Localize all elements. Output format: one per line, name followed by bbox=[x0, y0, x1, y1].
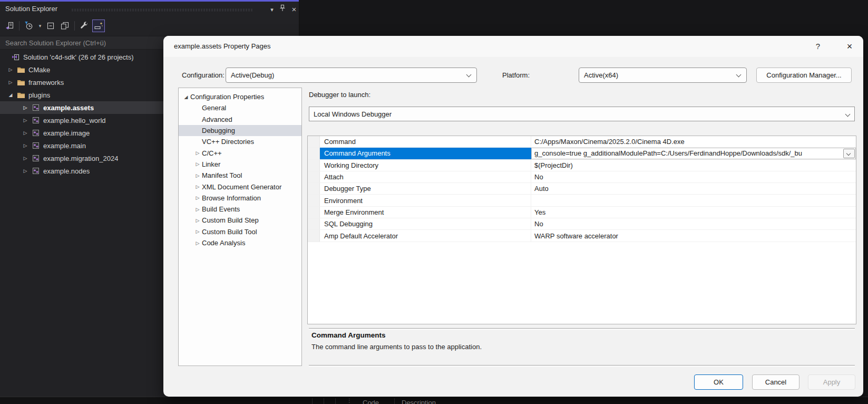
debugger-to-launch-label: Debugger to launch: bbox=[309, 91, 370, 99]
property-pages-dialog: example.assets Property Pages ? × Config… bbox=[163, 36, 863, 397]
collapse-all-icon[interactable] bbox=[44, 20, 57, 32]
debugger-to-launch-dropdown[interactable]: Local Windows Debugger bbox=[309, 107, 855, 121]
solution-explorer-toolbar: ▾ bbox=[0, 18, 299, 34]
expander-collapsed-icon[interactable]: ▷ bbox=[5, 80, 16, 85]
expander-collapsed-icon[interactable]: ▷ bbox=[193, 173, 202, 178]
drag-texture bbox=[71, 8, 253, 12]
preview-glyph bbox=[94, 21, 103, 31]
category-custom-build-tool[interactable]: ▷ Custom Build Tool bbox=[179, 226, 301, 237]
category-manifest-tool[interactable]: ▷ Manifest Tool bbox=[179, 170, 301, 181]
expander-collapsed-icon[interactable]: ▷ bbox=[5, 67, 16, 72]
expander-collapsed-icon[interactable]: ▷ bbox=[193, 229, 202, 234]
property-row-attach[interactable]: Attach No bbox=[308, 171, 856, 183]
value-dropdown-button[interactable] bbox=[843, 149, 855, 158]
category-general[interactable]: General bbox=[179, 102, 301, 113]
window-position-menu-button[interactable]: ▾ bbox=[267, 4, 277, 15]
property-row-debugger-type[interactable]: Debugger Type Auto bbox=[308, 183, 856, 195]
property-row-command-arguments-selected[interactable]: Command Arguments g_console=true g_addit… bbox=[308, 148, 856, 159]
error-list-column-code[interactable]: Code bbox=[363, 399, 379, 404]
category-c-cpp[interactable]: ▷ C/C++ bbox=[179, 147, 301, 158]
command-arguments-value-cell[interactable]: g_console=true g_additionalModulePath=C:… bbox=[531, 148, 856, 159]
property-grid: Command C:/Apps/Maxon/Cinema/2025.2.0/Ci… bbox=[307, 136, 856, 324]
property-row-sql-debugging[interactable]: SQL Debugging No bbox=[308, 218, 856, 230]
error-list-column-description[interactable]: Description bbox=[402, 399, 436, 404]
copies-glyph bbox=[60, 21, 70, 31]
category-configuration-properties[interactable]: ◢ Configuration Properties bbox=[179, 91, 301, 102]
switch-views-icon[interactable] bbox=[3, 20, 16, 32]
panel-close-button[interactable]: × bbox=[289, 4, 299, 15]
expander-collapsed-icon[interactable]: ▷ bbox=[20, 130, 31, 136]
column-separator bbox=[335, 398, 336, 404]
property-row-working-directory[interactable]: Working Directory $(ProjectDir) bbox=[308, 160, 856, 171]
dialog-category-tree: ◢ Configuration Properties General Advan… bbox=[178, 88, 302, 366]
collapse-all-glyph bbox=[46, 21, 55, 31]
expander-expanded-icon[interactable]: ◢ bbox=[182, 94, 190, 100]
category-code-analysis[interactable]: ▷ Code Analysis bbox=[179, 237, 301, 248]
expander-collapsed-icon[interactable]: ▷ bbox=[193, 241, 202, 246]
solution-explorer-titlebar[interactable]: Solution Explorer ▾ × bbox=[0, 2, 299, 17]
expander-collapsed-icon[interactable]: ▷ bbox=[20, 168, 31, 174]
category-debugging-selected[interactable]: Debugging bbox=[179, 125, 301, 136]
expander-collapsed-icon[interactable]: ▷ bbox=[193, 195, 202, 200]
search-placeholder: Search Solution Explorer (Ctrl+ü) bbox=[5, 39, 106, 47]
panel-title: Solution Explorer bbox=[5, 5, 57, 13]
clock-filter-glyph bbox=[24, 21, 34, 31]
close-icon[interactable]: × bbox=[842, 39, 857, 54]
category-vcpp-directories[interactable]: VC++ Directories bbox=[179, 136, 301, 147]
configuration-manager-button[interactable]: Configuration Manager... bbox=[756, 68, 852, 83]
cancel-button[interactable]: Cancel bbox=[752, 374, 799, 390]
column-grip: ⋮ bbox=[347, 398, 352, 403]
vs-window: Solution Explorer ▾ × bbox=[0, 0, 868, 404]
preview-selected-items-icon[interactable] bbox=[92, 20, 105, 32]
pending-changes-filter-icon[interactable] bbox=[23, 20, 35, 32]
toolbar-separator bbox=[74, 21, 75, 31]
property-row-environment[interactable]: Environment bbox=[308, 195, 856, 206]
category-advanced[interactable]: Advanced bbox=[179, 114, 301, 125]
folder-icon bbox=[17, 65, 25, 74]
expander-collapsed-icon[interactable]: ▷ bbox=[20, 105, 31, 110]
category-browse-information[interactable]: ▷ Browse Information bbox=[179, 193, 301, 204]
property-row-amp-default-accelerator[interactable]: Amp Default Accelerator WARP software ac… bbox=[308, 230, 856, 242]
expander-collapsed-icon[interactable]: ▷ bbox=[193, 184, 202, 189]
property-row-merge-environment[interactable]: Merge Environment Yes bbox=[308, 207, 856, 218]
platform-dropdown[interactable]: Active(x64) bbox=[579, 68, 747, 83]
property-row-command[interactable]: Command C:/Apps/Maxon/Cinema/2025.2.0/Ci… bbox=[308, 136, 856, 148]
category-custom-build-step[interactable]: ▷ Custom Build Step bbox=[179, 215, 301, 226]
expander-collapsed-icon[interactable]: ▷ bbox=[193, 161, 202, 167]
ok-button[interactable]: OK bbox=[694, 374, 743, 390]
row-gutter bbox=[308, 230, 320, 241]
pin-icon-glyph bbox=[278, 4, 287, 12]
row-gutter bbox=[308, 183, 320, 194]
help-button[interactable]: ? bbox=[811, 39, 825, 54]
pin-icon[interactable] bbox=[278, 4, 289, 15]
expander-collapsed-icon[interactable]: ▷ bbox=[193, 218, 202, 223]
properties-wrench-icon[interactable] bbox=[78, 20, 91, 32]
row-gutter bbox=[308, 148, 320, 159]
cpp-project-icon bbox=[32, 116, 40, 124]
cpp-project-icon bbox=[32, 167, 40, 175]
category-build-events[interactable]: ▷ Build Events bbox=[179, 204, 301, 215]
expander-collapsed-icon[interactable]: ▷ bbox=[20, 156, 31, 161]
row-gutter bbox=[308, 195, 320, 206]
expander-collapsed-icon[interactable]: ▷ bbox=[193, 150, 202, 156]
expander-collapsed-icon[interactable]: ▷ bbox=[20, 143, 31, 148]
chevron-down-icon bbox=[466, 72, 472, 78]
expander-collapsed-icon[interactable]: ▷ bbox=[193, 207, 202, 212]
cpp-project-icon bbox=[32, 154, 40, 162]
cpp-project-icon bbox=[32, 141, 40, 150]
dialog-titlebar[interactable]: example.assets Property Pages ? × bbox=[163, 36, 863, 57]
apply-button[interactable]: Apply bbox=[808, 374, 855, 390]
expander-collapsed-icon[interactable]: ▷ bbox=[20, 118, 31, 123]
description-title: Command Arguments bbox=[311, 331, 386, 339]
configuration-dropdown[interactable]: Active(Debug) bbox=[226, 68, 477, 83]
description-top-divider bbox=[309, 328, 855, 330]
column-separator bbox=[324, 398, 324, 404]
cpp-project-icon bbox=[32, 129, 40, 137]
filter-dropdown-caret[interactable]: ▾ bbox=[37, 20, 43, 32]
show-all-files-icon[interactable] bbox=[58, 20, 71, 32]
description-text: The command line arguments to pass to th… bbox=[311, 343, 482, 351]
category-xml-document-generator[interactable]: ▷ XML Document Generator bbox=[179, 181, 301, 192]
expander-expanded-icon[interactable]: ◢ bbox=[5, 92, 16, 98]
category-linker[interactable]: ▷ Linker bbox=[179, 159, 301, 170]
chevron-down-icon bbox=[846, 151, 851, 156]
